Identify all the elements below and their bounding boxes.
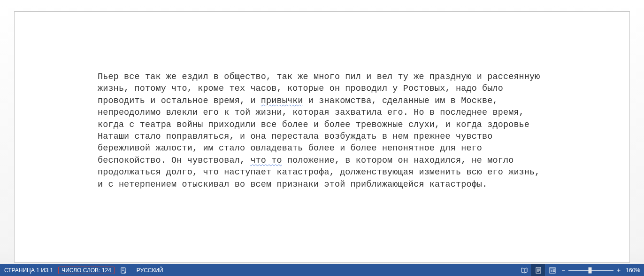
zoom-out-button[interactable]: − (559, 264, 567, 276)
status-bar: СТРАНИЦА 1 ИЗ 1 ЧИСЛО СЛОВ: 124 РУССКИЙ (0, 264, 644, 276)
zoom-level-button[interactable]: 160% (623, 264, 644, 276)
web-layout-view-button[interactable] (545, 264, 559, 276)
grammar-wavy-underline[interactable]: привычки (261, 96, 303, 107)
web-layout-icon (548, 266, 557, 275)
svg-rect-1 (536, 268, 541, 273)
statusbar-spacer (168, 264, 517, 276)
grammar-wavy-underline[interactable]: что то (250, 156, 282, 166)
language-status[interactable]: РУССКИЙ (132, 264, 168, 276)
zoom-slider[interactable] (567, 264, 614, 276)
zoom-in-button[interactable]: + (614, 264, 623, 276)
print-layout-icon (534, 266, 543, 275)
word-count-status[interactable]: ЧИСЛО СЛОВ: 124 (58, 267, 115, 274)
document-page[interactable]: Пьер все так же ездил в общество, так же… (14, 11, 630, 263)
read-mode-icon (520, 266, 529, 275)
word-count-wrapper: ЧИСЛО СЛОВ: 124 (57, 264, 115, 276)
zoom-slider-thumb[interactable] (589, 267, 592, 273)
page-number-status[interactable]: СТРАНИЦА 1 ИЗ 1 (0, 264, 57, 276)
editor-viewport: Пьер все так же ездил в общество, так же… (0, 0, 644, 264)
print-layout-view-button[interactable] (531, 264, 545, 276)
proofing-status[interactable] (115, 264, 132, 276)
svg-rect-3 (553, 270, 555, 272)
text-run: и знакомства, сделанные им в Москве, неп… (98, 96, 529, 166)
read-mode-view-button[interactable] (517, 264, 531, 276)
proofing-icon (120, 266, 128, 275)
document-paragraph[interactable]: Пьер все так же ездил в общество, так же… (98, 71, 546, 190)
